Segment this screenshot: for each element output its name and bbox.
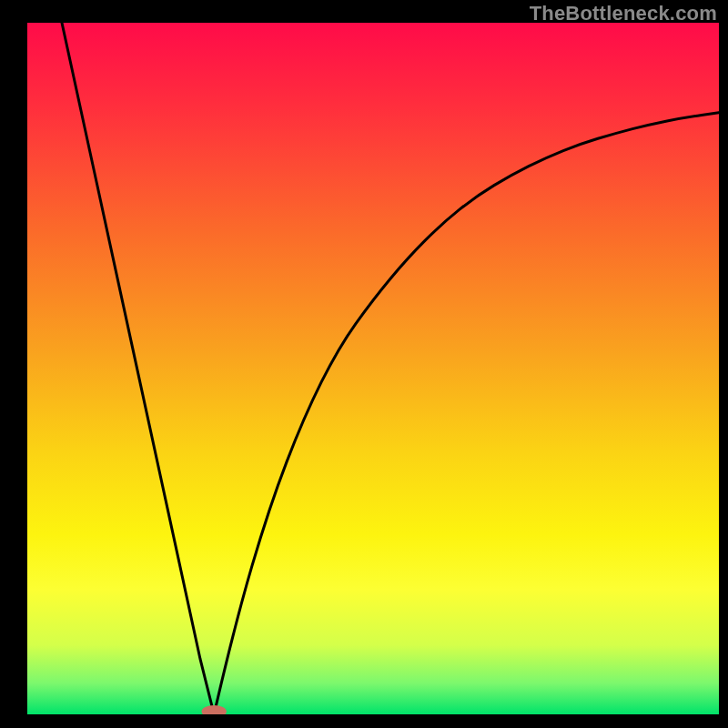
plot-area	[27, 23, 719, 714]
chart-svg	[27, 23, 719, 714]
gradient-background	[27, 23, 719, 714]
chart-frame: TheBottleneck.com	[0, 0, 728, 728]
